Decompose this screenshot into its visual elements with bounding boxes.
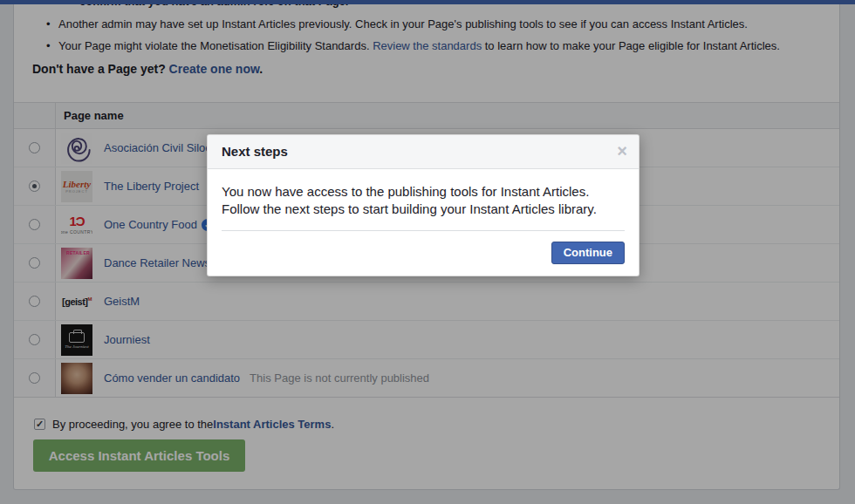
continue-button[interactable]: Continue: [551, 242, 625, 264]
dialog-title: Next steps: [222, 144, 288, 159]
dialog-footer: Continue: [208, 231, 639, 276]
dialog-body-text: You now have access to the publishing to…: [208, 169, 639, 230]
next-steps-dialog: Next steps × You now have access to the …: [207, 134, 640, 276]
dialog-header: Next steps ×: [208, 135, 639, 169]
instant-articles-setup-page: confirm that you have an admin role on t…: [0, 0, 855, 504]
close-icon[interactable]: ×: [617, 141, 627, 160]
